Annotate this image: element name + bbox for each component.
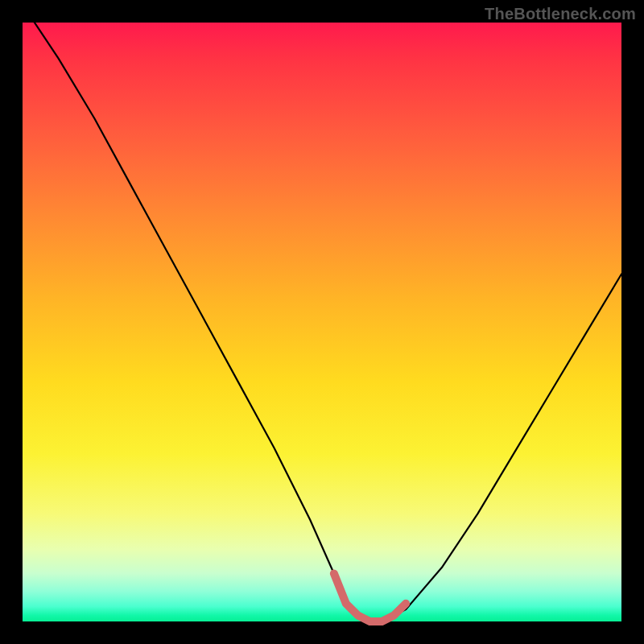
emphasis-segment [334,573,406,621]
plot-area [23,23,621,621]
watermark-text: TheBottleneck.com [485,5,636,23]
main-curve [23,5,621,621]
curve-layer [23,23,621,621]
chart-frame: TheBottleneck.com [0,0,644,644]
